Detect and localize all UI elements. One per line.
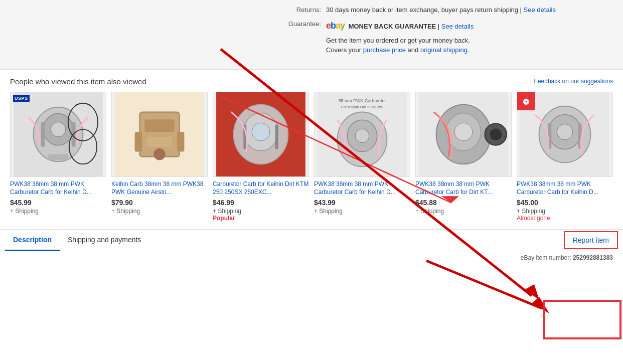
top-section: Returns: 30 days money back or item exch… [0,0,623,70]
returns-row: Returns: 30 days money back or item exch… [281,5,582,15]
product-title-2: Keihin Carb 38mm 38 mm PWK38 PWK Genuine… [111,180,208,197]
svg-marker-44 [532,297,549,313]
people-title: People who viewed this item also viewed [10,77,146,86]
product-image-1: USPS [10,92,106,177]
svg-rect-21 [275,124,278,149]
product-popular-3: Popular [213,215,309,222]
product-shipping-4: + Shipping [314,208,410,215]
svg-text:For Keihin Dirt KTM 250: For Keihin Dirt KTM 250 [341,104,384,109]
svg-marker-45 [524,284,539,300]
product-title-4: PWK38 38mm 38 mm PWK Carburetor Carb for… [314,180,410,197]
product-image-4: 38 mm PWK Carburetor For Keihin Dirt KTM… [314,92,410,177]
product-image-6: ⏰ [517,92,613,177]
guarantee-label: Guarantee: [281,19,321,28]
usps-badge: USPS [13,95,30,102]
guarantee-row: Guarantee: ebay MONEY BACK GUARANTEE | S… [281,19,582,55]
people-section: People who viewed this item also viewed … [0,70,623,230]
svg-rect-11 [144,119,174,132]
people-header: People who viewed this item also viewed … [10,77,613,86]
product-image-3 [213,92,309,177]
svg-text:38 mm PWK Carburetor: 38 mm PWK Carburetor [339,98,386,103]
products-grid: USPS [10,92,613,222]
product-price-1: $45.99 [10,199,106,207]
guarantee-and: and [406,46,420,54]
svg-rect-46 [544,301,620,338]
returns-label: Returns: [281,5,321,14]
product-svg-3 [213,92,308,176]
svg-line-43 [426,261,542,308]
product-image-2 [111,92,208,177]
product-almost-gone-6: Almost gone [517,215,613,222]
svg-point-19 [252,123,270,141]
tab-shipping-payments[interactable]: Shipping and payments [60,230,149,251]
product-shipping-2: + Shipping [111,208,208,215]
guarantee-separator: | [438,23,441,30]
guarantee-body-text: Get the item you ordered or get your mon… [326,36,582,55]
product-svg-5 [416,92,511,176]
guarantee-body: Get the item you ordered or get your mon… [326,37,470,44]
info-table: Returns: 30 days money back or item exch… [281,5,582,55]
guarantee-content: ebay MONEY BACK GUARANTEE | See details … [326,19,582,55]
guarantee-covers: Covers your [326,46,363,54]
guarantee-period: . [468,46,470,54]
product-card-2[interactable]: Keihin Carb 38mm 38 mm PWK38 PWK Genuine… [111,92,208,222]
guarantee-text: MONEY BACK GUARANTEE [349,23,436,30]
product-shipping-5: + Shipping [415,208,512,215]
product-card-3[interactable]: Carburetor Carb for Keihin Dirt KTM 250 … [213,92,309,222]
product-shipping-3: + Shipping [213,208,309,215]
product-price-4: $43.99 [314,199,410,207]
product-price-5: $45.88 [415,199,512,207]
ebay-item-number-bar: eBay item number: 252992881383 [0,251,623,264]
product-price-3: $46.99 [213,199,309,207]
purchase-price-link[interactable]: purchase price [363,46,406,54]
svg-rect-15 [177,132,185,152]
tabs-bar: Description Shipping and payments Report… [0,230,623,251]
product-price-6: $45.00 [517,199,613,207]
original-shipping-link[interactable]: original shipping [420,46,468,54]
ebay-b: b [331,19,336,33]
report-item-button[interactable]: Report item [564,231,618,249]
ebay-item-label: eBay item number: [521,254,571,261]
svg-point-13 [153,148,166,160]
ebay-e: e [326,19,331,33]
svg-point-33 [490,128,502,140]
page-wrapper: Returns: 30 days money back or item exch… [0,0,623,364]
guarantee-see-link[interactable]: See details [441,23,474,30]
product-title-6: PWK38 38mm 38 mm PWK Carburetor Carb for… [517,180,613,197]
tab-description[interactable]: Description [5,230,60,251]
product-card-5[interactable]: PWK38 38mm 38 mm PWK Carburetor Carb for… [415,92,512,222]
product-title-3: Carburetor Carb for Keihin Dirt KTM 250 … [213,180,309,197]
svg-point-37 [557,124,573,140]
svg-point-31 [454,123,473,141]
product-price-2: $79.90 [111,199,208,207]
product-shipping-6: + Shipping [517,208,613,215]
product-svg-4: 38 mm PWK Carburetor For Keihin Dirt KTM… [315,92,410,176]
product-svg-2 [112,92,207,176]
product-image-5 [415,92,512,177]
feedback-link[interactable]: Feedback on our suggestions [534,78,613,85]
svg-point-27 [355,129,369,143]
product-card-4[interactable]: 38 mm PWK Carburetor For Keihin Dirt KTM… [314,92,410,222]
ebay-item-number: 252992881383 [573,254,613,261]
product-svg-1 [11,92,106,176]
returns-link[interactable]: See details [524,6,556,14]
svg-point-3 [51,122,66,137]
product-card-1[interactable]: USPS [10,92,106,222]
svg-rect-6 [48,154,68,160]
product-card-6[interactable]: ⏰ PWK38 38mm 38 mm PWK Carburetor Carb f… [517,92,613,222]
timer-badge: ⏰ [517,92,535,110]
svg-rect-4 [41,122,45,146]
ebay-logo: ebay [326,19,345,33]
svg-rect-14 [135,132,142,152]
product-title-5: PWK38 38mm 38 mm PWK Carburetor Carb for… [415,180,512,197]
svg-rect-12 [147,136,172,146]
product-shipping-1: + Shipping [10,208,106,215]
bottom-section: Description Shipping and payments Report… [0,230,623,264]
product-title-1: PWK38 38mm 38 mm PWK Carburetor Carb for… [10,180,106,197]
ebay-y: y [340,19,345,33]
returns-text: 30 days money back or item exchange, buy… [326,6,524,14]
ebay-a: a [336,19,340,33]
returns-content: 30 days money back or item exchange, buy… [326,5,582,15]
